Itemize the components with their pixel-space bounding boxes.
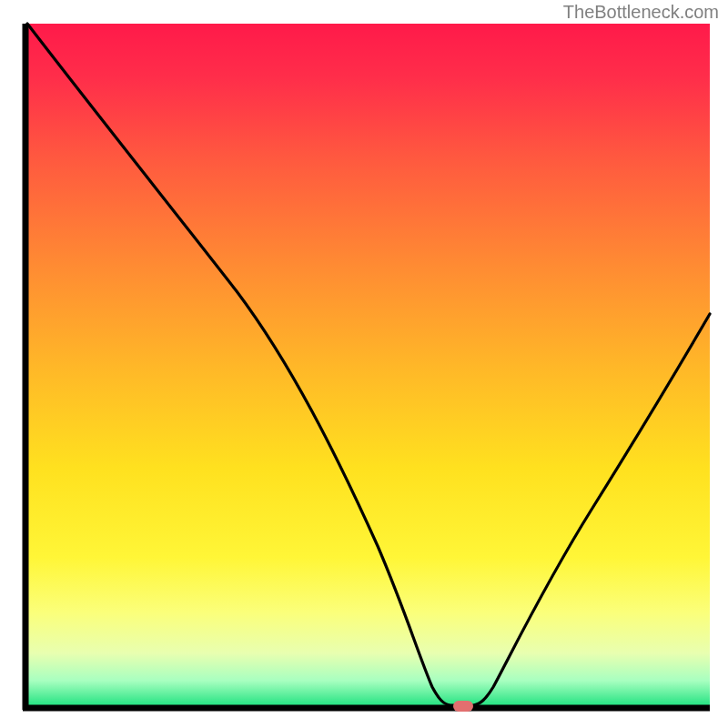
plot-background (25, 24, 710, 708)
watermark-text: TheBottleneck.com (563, 2, 719, 23)
bottleneck-chart (0, 0, 728, 728)
optimal-point-marker (453, 701, 473, 712)
